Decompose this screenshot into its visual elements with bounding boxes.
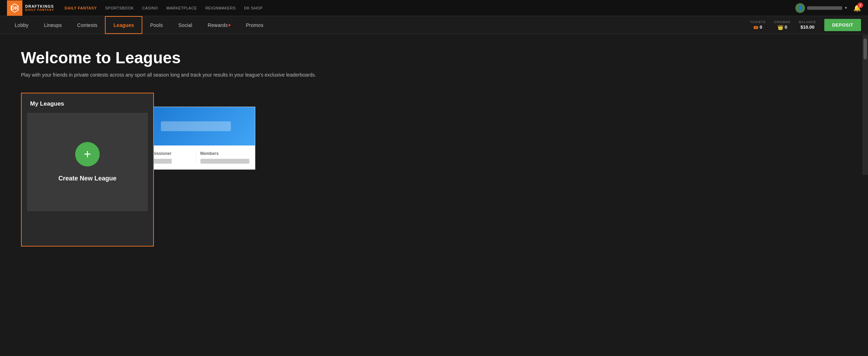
nav-lobby[interactable]: Lobby [7,16,36,34]
tickets-value: 🎟 0 [753,24,762,30]
nav-promos[interactable]: Promos [238,16,271,34]
ticket-icon: 🎟 [753,24,758,30]
tickets-label: TICKETS [750,20,766,24]
nav-contests[interactable]: Contests [70,16,105,34]
crowns-label: CROWNS [774,20,790,24]
tickets-stat: TICKETS 🎟 0 [750,20,766,30]
members-label: Members [200,151,250,156]
top-nav-left: DK DRAFTKINGS DAILY FANTASY DAILY FANTAS… [7,0,263,16]
top-nav-right: 👤 ▼ 🔔 2 [795,3,861,13]
nav-pools[interactable]: Pools [142,16,171,34]
draftkings-logo-icon: DK [7,0,22,16]
my-leagues-header: My Leagues [22,93,153,113]
league-preview-info: Commissioner Members [137,145,255,169]
members-value-bar [200,159,250,164]
logo-area[interactable]: DK DRAFTKINGS DAILY FANTASY [7,0,54,16]
user-name-bar [807,6,842,10]
crowns-value: 👑 0 [777,24,787,30]
my-leagues-panel: My Leagues + Create New League [21,93,154,247]
secondary-nav-right: TICKETS 🎟 0 CROWNS 👑 0 BALANCE $10.00 DE… [750,19,861,31]
top-nav-sportsbook[interactable]: SPORTSBOOK [105,6,134,10]
balance-stat: BALANCE $10.00 [799,20,816,30]
user-avatar: 👤 [795,3,805,13]
top-nav-links: DAILY FANTASY SPORTSBOOK CASINO MARKETPL… [65,6,263,10]
nav-lineups[interactable]: Lineups [36,16,70,34]
secondary-nav-links: Lobby Lineups Contests Leagues Pools Soc… [7,16,271,34]
scroll-thumb[interactable] [863,38,867,59]
create-league-label: Create New League [58,175,116,182]
top-nav-casino[interactable]: CASINO [142,6,158,10]
balance-value: $10.00 [801,24,814,30]
balance-label: BALANCE [799,20,816,24]
rewards-dot-icon [228,24,230,26]
user-dropdown[interactable]: 👤 ▼ [795,3,848,13]
nav-social[interactable]: Social [171,16,200,34]
notification-bell[interactable]: 🔔 2 [853,4,861,12]
nav-leagues[interactable]: Leagues [105,16,142,34]
league-preview-header [137,107,255,145]
content-area: My Leagues + Create New League Commissio… [0,86,868,261]
scrollbar[interactable] [862,35,868,175]
logo-text: DRAFTKINGS DAILY FANTASY [25,4,54,12]
svg-text:DK: DK [11,5,18,11]
plus-circle-icon: + [75,142,100,166]
league-preview-title-bar [161,121,231,131]
league-preview-card: Commissioner Members [136,107,255,170]
dropdown-arrow-icon: ▼ [844,6,848,10]
hero-description: Play with your friends in private contes… [21,71,336,79]
page-title: Welcome to Leagues [21,48,847,67]
nav-rewards[interactable]: Rewards [200,16,238,34]
hero-section: Welcome to Leagues Play with your friend… [0,34,868,86]
members-col: Members [196,151,250,164]
top-nav-daily-fantasy[interactable]: DAILY FANTASY [65,6,97,10]
notification-badge: 2 [858,2,863,8]
top-nav-dkshop[interactable]: DK SHOP [244,6,263,10]
crown-icon: 👑 [777,24,783,30]
brand-name: DRAFTKINGS [25,4,54,8]
top-nav-reignmakers[interactable]: REIGNMAKERS [205,6,236,10]
top-nav: DK DRAFTKINGS DAILY FANTASY DAILY FANTAS… [0,0,868,16]
deposit-button[interactable]: DEPOSIT [824,19,861,31]
brand-sub: DAILY FANTASY [25,8,54,12]
secondary-nav: Lobby Lineups Contests Leagues Pools Soc… [0,16,868,34]
create-league-card[interactable]: + Create New League [27,113,148,211]
top-nav-marketplace[interactable]: MARKETPLACE [166,6,197,10]
crowns-stat: CROWNS 👑 0 [774,20,790,30]
